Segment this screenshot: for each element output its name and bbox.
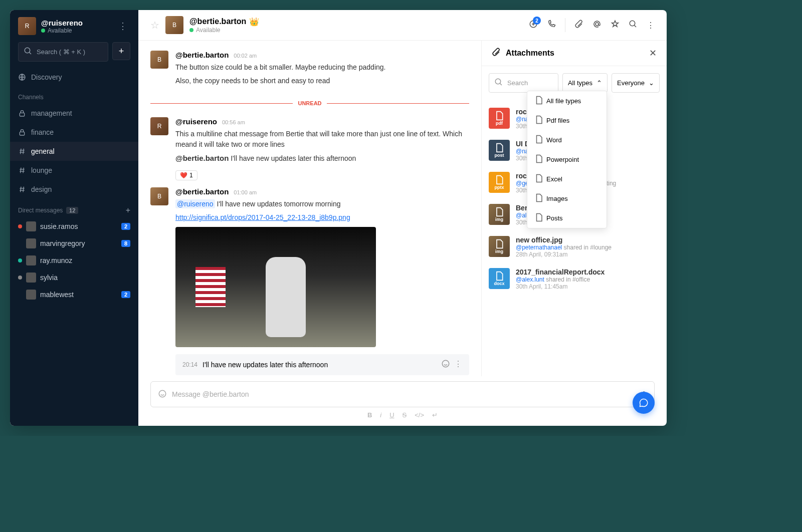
help-bubble[interactable] [633, 392, 655, 414]
dm-susie.ramos[interactable]: susie.ramos2 [10, 218, 138, 235]
filter-types-select[interactable]: All types⌃ [562, 73, 608, 93]
msg-time: 00:02 am [234, 53, 257, 59]
svg-point-19 [630, 21, 635, 26]
search-messages-icon[interactable] [629, 20, 638, 31]
star-icon[interactable]: ☆ [150, 19, 159, 31]
attachments-panel: Attachments ✕ Search All types⌃ Everyone… [481, 41, 667, 376]
favorite-icon[interactable] [611, 20, 620, 31]
call-icon[interactable] [547, 20, 556, 31]
file-date: 28th April, 09:31am [516, 251, 660, 258]
code-icon[interactable]: </> [415, 411, 424, 419]
svg-line-16 [23, 187, 24, 192]
dropdown-option[interactable]: Pdf files [527, 111, 607, 130]
mention[interactable]: @ruisereno [175, 199, 215, 208]
dm-heading: Direct messages 12 + [10, 199, 138, 218]
italic-icon[interactable]: i [380, 411, 381, 419]
dropdown-option[interactable]: All file types [527, 91, 607, 111]
svg-point-24 [159, 390, 166, 397]
msg-avatar[interactable]: B [150, 187, 168, 205]
dm-name: susie.ramos [40, 222, 117, 230]
msg-text-line: I'll have new updates tomorrow morning [215, 200, 341, 208]
file-name: new office.jpg [516, 236, 660, 244]
kebab-icon[interactable]: ⋮ [647, 21, 655, 30]
search-icon [24, 47, 33, 57]
crown-icon: 👑 [249, 17, 259, 27]
emoji-picker-icon[interactable] [158, 389, 167, 400]
file-thumb-pdf: pdf [489, 108, 510, 129]
file-date: 30th April, 11:45am [516, 283, 660, 290]
newline-icon[interactable]: ↵ [432, 411, 438, 419]
channel-design[interactable]: design [10, 180, 138, 199]
dm-avatar [26, 290, 36, 300]
dropdown-option[interactable]: Word [527, 130, 607, 150]
dropdown-option[interactable]: Images [527, 189, 607, 208]
channel-management[interactable]: management [10, 104, 138, 123]
emoji-icon[interactable] [441, 359, 450, 370]
filter-types-dropdown: All file typesPdf filesWordPowerpointExc… [527, 91, 607, 228]
svg-line-7 [21, 149, 21, 154]
svg-rect-4 [20, 132, 24, 135]
self-msg-text: I'll have new updates later this afterno… [203, 361, 436, 369]
filter-people-select[interactable]: Everyone⌄ [612, 73, 660, 93]
user-avatar[interactable]: R [18, 17, 36, 35]
msg-author: @bertie.barton [175, 187, 229, 196]
dm-name: mablewest [40, 291, 117, 299]
chevron-down-icon: ⌄ [649, 79, 654, 87]
unread-badge: 2 [121, 291, 130, 298]
reaction-heart[interactable]: ❤️ 1 [175, 170, 197, 180]
channel-general[interactable]: general [10, 142, 138, 161]
msg-avatar[interactable]: R [150, 117, 168, 135]
hash-icon [18, 147, 26, 156]
dropdown-option[interactable]: Excel [527, 169, 607, 189]
close-icon[interactable]: ✕ [649, 48, 657, 59]
message-image[interactable] [175, 227, 376, 347]
dropdown-label: Images [546, 195, 568, 202]
dm-ray.munoz[interactable]: ray.munoz [10, 252, 138, 269]
attachment-item[interactable]: docx2017_financialReport.docx@alex.lunt … [489, 263, 660, 295]
dm-marvingregory[interactable]: marvingregory8 [10, 235, 138, 252]
channel-label: finance [31, 128, 54, 136]
self-msg-time: 20:14 [182, 361, 197, 368]
channels-heading: Channels [10, 87, 138, 104]
user-status: Available [48, 27, 72, 34]
peer-avatar[interactable]: B [165, 16, 183, 34]
underline-icon[interactable]: U [389, 411, 394, 419]
dropdown-option[interactable]: Posts [527, 208, 607, 228]
dm-avatar [26, 255, 36, 265]
bold-icon[interactable]: B [367, 411, 372, 419]
attachment-icon[interactable] [574, 20, 583, 31]
discovery-item[interactable]: Discovery [10, 68, 138, 87]
svg-point-0 [25, 48, 30, 53]
lock-icon [18, 128, 26, 137]
msg-avatar[interactable]: B [150, 51, 168, 69]
message-link[interactable]: http://significa.pt/drops/2017-04-25_22-… [175, 213, 350, 221]
notifications-icon[interactable]: 2 [529, 20, 538, 31]
channel-finance[interactable]: finance [10, 123, 138, 142]
channel-label: design [31, 185, 52, 193]
add-dm-icon[interactable]: + [126, 206, 130, 215]
file-type-icon [534, 213, 541, 223]
dm-name: sylvia [40, 274, 130, 282]
dm-avatar [26, 221, 36, 231]
attachments-search-input[interactable]: Search [489, 73, 558, 93]
file-context: shared in #lounge [564, 244, 612, 251]
dropdown-label: All file types [546, 97, 581, 105]
mention[interactable]: @bertie.barton [175, 154, 229, 162]
dm-avatar [26, 238, 36, 248]
message-actions-icon[interactable]: ⋮ [454, 359, 462, 370]
channel-lounge[interactable]: lounge [10, 161, 138, 180]
dm-count-badge: 12 [66, 207, 78, 214]
dm-sylvia[interactable]: sylvia [10, 269, 138, 286]
sidebar-menu-icon[interactable]: ⋮ [115, 18, 130, 35]
message-input[interactable]: Message @bertie.barton + [150, 381, 655, 407]
strike-icon[interactable]: S [403, 411, 407, 419]
file-type-icon [534, 115, 541, 126]
mention-icon[interactable] [592, 20, 602, 31]
dropdown-option[interactable]: Powerpoint [527, 150, 607, 169]
sidebar: R @ruisereno Available ⋮ Search ( ⌘ + K … [10, 10, 138, 426]
add-button[interactable]: + [112, 42, 130, 60]
search-input[interactable]: Search ( ⌘ + K ) [18, 42, 108, 62]
dm-mablewest[interactable]: mablewest2 [10, 286, 138, 303]
dropdown-label: Excel [546, 175, 562, 183]
attachment-item[interactable]: imgnew office.jpg@peternathanael shared … [489, 231, 660, 263]
